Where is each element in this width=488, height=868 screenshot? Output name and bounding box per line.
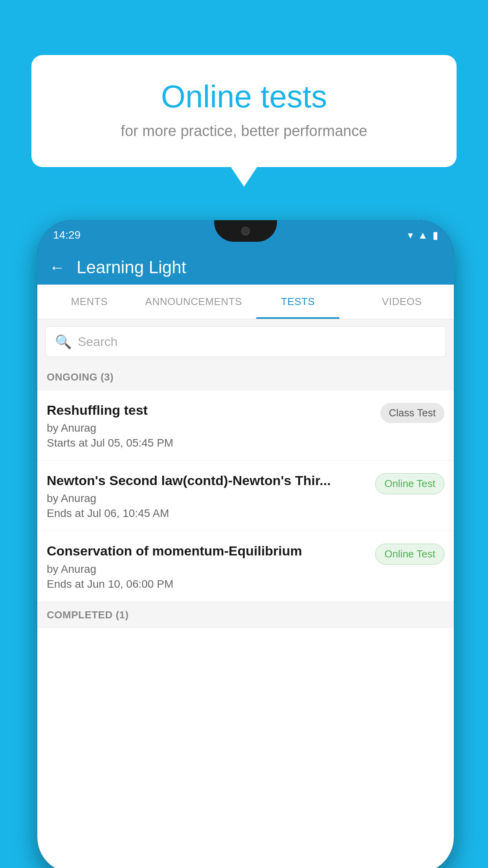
ongoing-label: ONGOING (3)	[47, 371, 114, 383]
app-title: Learning Light	[77, 257, 186, 277]
test-item-2[interactable]: Newton's Second law(contd)-Newton's Thir…	[37, 461, 454, 531]
test-time-2: Ends at Jul 06, 10:45 AM	[47, 507, 369, 520]
tab-ments[interactable]: MENTS	[37, 285, 141, 319]
test-by-3: by Anurag	[47, 563, 369, 576]
test-item-3[interactable]: Conservation of momentum-Equilibrium by …	[37, 531, 454, 601]
completed-section-header: COMPLETED (1)	[37, 602, 454, 628]
tab-announcements[interactable]: ANNOUNCEMENTS	[141, 285, 246, 319]
app-header: ← Learning Light	[37, 250, 454, 285]
status-bar: 14:29 ▾ ▲ ▮	[37, 220, 454, 250]
tab-videos[interactable]: VIDEOS	[350, 285, 454, 319]
battery-icon: ▮	[433, 229, 438, 241]
back-button[interactable]: ←	[49, 259, 65, 276]
speech-bubble-title: Online tests	[63, 79, 425, 115]
search-bar-wrapper: 🔍 Search	[37, 319, 454, 364]
test-info-2: Newton's Second law(contd)-Newton's Thir…	[47, 472, 369, 520]
test-item-1[interactable]: Reshuffling test by Anurag Starts at Jul…	[37, 390, 454, 461]
test-info-3: Conservation of momentum-Equilibrium by …	[47, 542, 369, 590]
test-by-2: by Anurag	[47, 492, 369, 505]
search-placeholder: Search	[78, 335, 117, 349]
search-icon: 🔍	[55, 334, 72, 349]
notch	[214, 220, 277, 242]
phone-frame: 14:29 ▾ ▲ ▮ ← Learning Light MENTS ANNOU…	[37, 220, 454, 868]
test-info-1: Reshuffling test by Anurag Starts at Jul…	[47, 401, 374, 449]
test-badge-2: Online Test	[375, 473, 444, 494]
wifi-icon: ▾	[408, 229, 413, 241]
test-badge-3: Online Test	[375, 544, 444, 565]
test-time-3: Ends at Jun 10, 06:00 PM	[47, 578, 369, 590]
ongoing-section-header: ONGOING (3)	[37, 364, 454, 390]
status-time: 14:29	[53, 229, 81, 241]
test-name-2: Newton's Second law(contd)-Newton's Thir…	[47, 472, 369, 489]
tab-tests[interactable]: TESTS	[246, 285, 350, 319]
search-bar[interactable]: 🔍 Search	[45, 326, 446, 357]
tabs-bar: MENTS ANNOUNCEMENTS TESTS VIDEOS	[37, 285, 454, 319]
test-list: Reshuffling test by Anurag Starts at Jul…	[37, 390, 454, 602]
test-badge-1: Class Test	[380, 403, 444, 423]
completed-label: COMPLETED (1)	[47, 609, 129, 621]
camera	[241, 227, 250, 235]
speech-bubble-area: Online tests for more practice, better p…	[31, 55, 457, 167]
test-name-1: Reshuffling test	[47, 401, 374, 419]
test-time-1: Starts at Jul 05, 05:45 PM	[47, 437, 374, 449]
phone-content: MENTS ANNOUNCEMENTS TESTS VIDEOS 🔍 Searc…	[37, 285, 454, 868]
status-icons: ▾ ▲ ▮	[408, 229, 438, 241]
test-by-1: by Anurag	[47, 422, 374, 434]
signal-icon: ▲	[418, 229, 428, 241]
test-name-3: Conservation of momentum-Equilibrium	[47, 542, 369, 559]
speech-bubble: Online tests for more practice, better p…	[31, 55, 457, 167]
speech-bubble-subtitle: for more practice, better performance	[63, 123, 425, 140]
